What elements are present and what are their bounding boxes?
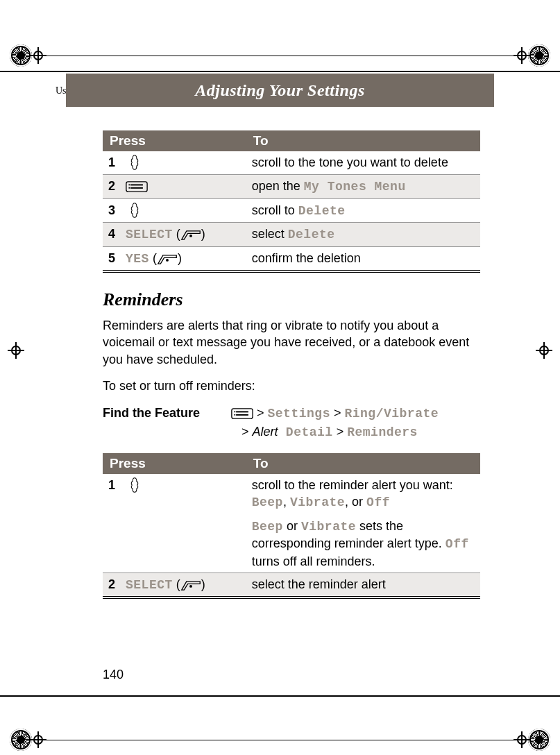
svg-rect-9 [236, 414, 248, 416]
scroll-key-icon [126, 477, 144, 494]
reminders-description: Reminders are alerts that ring or vibrat… [103, 317, 480, 368]
crop-rail-top: User.Guide.GSM.book Page 140 Wednesday, … [0, 44, 560, 67]
svg-point-5 [189, 235, 192, 237]
page: User.Guide.GSM.book Page 140 Wednesday, … [0, 0, 560, 755]
svg-point-12 [189, 585, 192, 588]
reminders-instruction: To set or turn off reminders: [103, 378, 480, 394]
table-row: 2 open the My Tones Menu [103, 175, 480, 198]
svg-rect-3 [128, 185, 130, 186]
table-row: 4 SELECT () select Delete [103, 223, 480, 246]
svg-rect-4 [128, 187, 130, 189]
crop-target-icon [528, 44, 550, 67]
find-the-feature-label: Find the Feature [103, 404, 217, 441]
steps-table-delete-tone: Press To 1 scroll to the tone you want t… [103, 130, 480, 273]
svg-rect-7 [232, 409, 253, 418]
svg-rect-2 [130, 187, 143, 189]
soft-key-icon [157, 251, 178, 267]
svg-rect-1 [130, 185, 143, 186]
chapter-title-bar: Adjusting Your Settings [66, 74, 494, 107]
scroll-key-icon [126, 155, 144, 171]
table-row: 1 scroll to the tone you want to delete [103, 151, 480, 175]
menu-key-icon [231, 405, 253, 423]
svg-rect-10 [234, 412, 235, 413]
page-number: 140 [103, 668, 124, 682]
table-row: 1 scroll to the reminder alert you want:… [103, 474, 480, 573]
crop-rail-mid [0, 344, 560, 357]
soft-key-icon [180, 577, 201, 593]
crop-target-icon [528, 729, 550, 751]
th-to: To [246, 453, 480, 474]
menu-key-icon [126, 178, 148, 195]
find-the-feature-path: > Settings > Ring/Vibrate > Alert Detail… [231, 404, 439, 441]
svg-rect-11 [234, 414, 235, 416]
steps-table-reminders: Press To 1 scroll to the reminder alert … [103, 453, 480, 600]
th-press: Press [103, 453, 246, 474]
crop-register-icon [538, 344, 550, 357]
soft-key-icon [180, 226, 201, 243]
crop-rail-bottom [0, 729, 560, 751]
th-press: Press [103, 130, 246, 151]
trim-line-bottom [0, 695, 560, 697]
crop-register-icon [10, 344, 22, 357]
section-heading-reminders: Reminders [103, 291, 480, 309]
svg-rect-0 [126, 182, 147, 192]
chapter-title: Adjusting Your Settings [195, 82, 365, 99]
svg-point-6 [166, 259, 169, 262]
content-area: Press To 1 scroll to the tone you want t… [103, 130, 480, 599]
table-row: 2 SELECT () select the reminder alert [103, 573, 480, 598]
trim-line-top [0, 71, 560, 72]
find-the-feature-block: Find the Feature > Settings > Ring/Vibra… [103, 404, 480, 441]
crop-target-icon [10, 729, 32, 751]
table-row: 3 scroll to Delete [103, 198, 480, 222]
svg-rect-8 [236, 412, 248, 413]
scroll-key-icon [126, 203, 144, 219]
th-to: To [246, 130, 480, 151]
crop-target-icon [10, 44, 32, 67]
table-row: 5 YES () confirm the deletion [103, 246, 480, 271]
